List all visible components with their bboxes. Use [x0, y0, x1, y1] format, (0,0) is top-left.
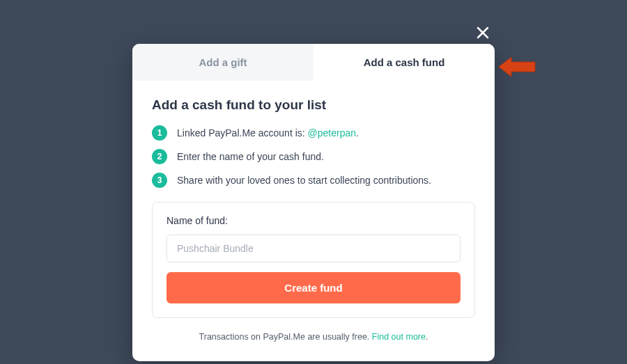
tab-add-gift[interactable]: Add a gift — [132, 44, 314, 81]
tab-add-cash-fund[interactable]: Add a cash fund — [314, 44, 495, 81]
step-1-suffix: . — [356, 127, 359, 139]
step-1-prefix: Linked PayPal.Me account is: — [177, 127, 308, 139]
find-out-more-link[interactable]: Find out more — [372, 332, 426, 342]
fund-name-input[interactable] — [167, 235, 460, 262]
step-3-text: Share with your loved ones to start coll… — [177, 175, 431, 186]
add-cash-fund-modal: Add a gift Add a cash fund Add a cash fu… — [132, 44, 495, 361]
step-badge-1: 1 — [152, 125, 167, 141]
paypal-handle: @peterpan — [308, 127, 356, 139]
step-badge-3: 3 — [152, 173, 167, 188]
modal-content: Add a cash fund to your list 1 Linked Pa… — [132, 81, 495, 361]
step-2-text: Enter the name of your cash fund. — [177, 151, 324, 162]
footer-note: Transactions on PayPal.Me are usually fr… — [152, 332, 475, 342]
step-3: 3 Share with your loved ones to start co… — [152, 173, 475, 188]
step-badge-2: 2 — [152, 149, 167, 164]
step-1-text: Linked PayPal.Me account is: @peterpan. — [177, 127, 359, 139]
modal-heading: Add a cash fund to your list — [152, 97, 475, 113]
fund-name-label: Name of fund: — [167, 215, 460, 226]
modal-tabs: Add a gift Add a cash fund — [132, 44, 495, 81]
close-button[interactable] — [474, 24, 491, 41]
footer-suffix: . — [426, 332, 428, 342]
fund-form: Name of fund: Create fund — [152, 202, 475, 318]
callout-arrow — [497, 54, 536, 82]
arrow-left-icon — [497, 54, 536, 79]
step-2: 2 Enter the name of your cash fund. — [152, 149, 475, 164]
close-icon — [474, 24, 491, 41]
footer-text: Transactions on PayPal.Me are usually fr… — [199, 332, 372, 342]
create-fund-button[interactable]: Create fund — [167, 272, 460, 303]
step-1: 1 Linked PayPal.Me account is: @peterpan… — [152, 125, 475, 141]
